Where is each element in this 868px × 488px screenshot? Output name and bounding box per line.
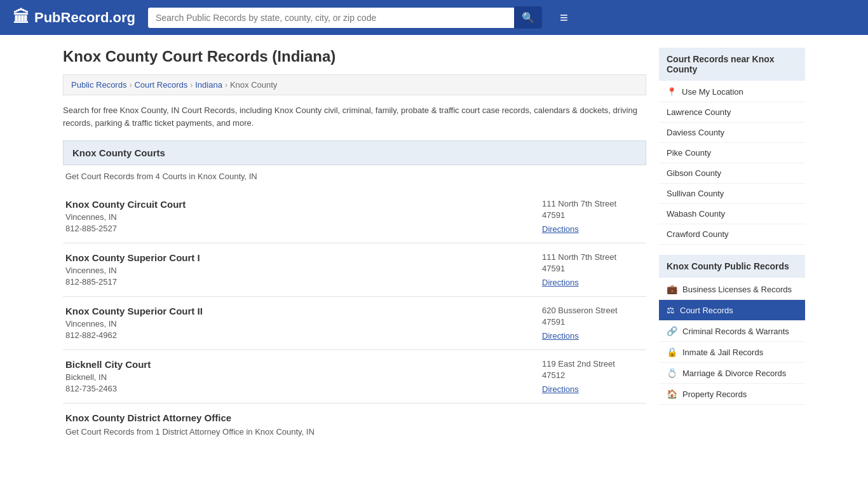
court-zip-2: 47591 (542, 264, 644, 273)
sidebar-item-label: Lawrence County (667, 107, 731, 117)
court-zip-3: 47591 (542, 317, 644, 327)
directions-link-1[interactable]: Directions (542, 224, 579, 234)
sidebar-item-marriage-records[interactable]: 💍 Marriage & Divorce Records (659, 363, 805, 384)
use-location-label: Use My Location (682, 87, 743, 97)
sidebar-item-label: Court Records (680, 306, 733, 315)
sidebar-item-label: Criminal Records & Warrants (682, 327, 789, 336)
court-street-3: 620 Busseron Street (542, 306, 644, 315)
sidebar-item-lawrence[interactable]: Lawrence County (659, 102, 805, 123)
court-name-4: Bicknell City Court (65, 359, 151, 370)
sidebar-item-property-records[interactable]: 🏠 Property Records (659, 384, 805, 405)
court-name-1: Knox County Circuit Court (65, 199, 186, 210)
court-entry-2: Knox County Superior Court I Vincennes, … (63, 243, 646, 297)
ring-icon: 💍 (667, 368, 677, 378)
chain-icon: 🔗 (667, 326, 677, 336)
court-entry-3: Knox County Superior Court II Vincennes,… (63, 297, 646, 350)
court-right-2: 111 North 7th Street 47591 Directions (542, 252, 644, 287)
sidebar-item-label: Property Records (682, 390, 747, 399)
sidebar-item-label: Business Licenses & Records (682, 285, 792, 294)
court-zip-1: 47591 (542, 210, 644, 220)
court-street-1: 111 North 7th Street (542, 199, 644, 208)
menu-button[interactable]: ≡ (560, 10, 568, 26)
public-records-heading: Knox County Public Records (659, 255, 805, 278)
court-entry-4: Bicknell City Court Bicknell, IN 812-735… (63, 350, 646, 403)
nearby-heading: Court Records near Knox County (659, 48, 805, 81)
breadcrumb-sep-1: › (129, 81, 132, 90)
site-logo[interactable]: 🏛 PubRecord.org (13, 8, 135, 27)
court-phone-3: 812-882-4962 (65, 330, 203, 340)
hamburger-icon: ≡ (560, 10, 568, 25)
court-right-1: 111 North 7th Street 47591 Directions (542, 199, 644, 234)
court-phone-4: 812-735-2463 (65, 384, 151, 393)
breadcrumb-sep-2: › (190, 81, 193, 90)
court-left-4: Bicknell City Court Bicknell, IN 812-735… (65, 359, 151, 394)
breadcrumb-indiana[interactable]: Indiana (195, 80, 222, 90)
briefcase-icon: 💼 (667, 284, 677, 294)
page-title: Knox County Court Records (Indiana) (63, 48, 646, 65)
courts-section-header: Knox County Courts (63, 140, 646, 165)
court-right-3: 620 Busseron Street 47591 Directions (542, 306, 644, 341)
directions-link-4[interactable]: Directions (542, 384, 579, 394)
sidebar-item-daviess[interactable]: Daviess County (659, 123, 805, 143)
breadcrumb-sep-3: › (225, 81, 227, 90)
sidebar-item-inmate-records[interactable]: 🔒 Inmate & Jail Records (659, 342, 805, 363)
court-city-1: Vincennes, IN (65, 212, 186, 222)
location-pin-icon: 📍 (667, 87, 677, 97)
sidebar-item-label: Wabash County (667, 209, 725, 219)
da-subtext: Get Court Records from 1 District Attorn… (65, 427, 644, 437)
sidebar-public-records: Knox County Public Records 💼 Business Li… (659, 255, 805, 405)
main-layout: Knox County Court Records (Indiana) Publ… (53, 35, 815, 452)
sidebar: Court Records near Knox County 📍 Use My … (659, 48, 805, 439)
da-name: Knox County District Attorney Office (65, 412, 644, 423)
directions-link-3[interactable]: Directions (542, 331, 579, 341)
court-name-3: Knox County Superior Court II (65, 306, 203, 316)
search-icon: 🔍 (522, 12, 534, 23)
search-button[interactable]: 🔍 (514, 6, 542, 29)
sidebar-item-pike[interactable]: Pike County (659, 143, 805, 163)
sidebar-item-sullivan[interactable]: Sullivan County (659, 184, 805, 204)
court-left-2: Knox County Superior Court I Vincennes, … (65, 252, 200, 287)
court-list: Knox County Circuit Court Vincennes, IN … (63, 190, 646, 403)
sidebar-nearby: Court Records near Knox County 📍 Use My … (659, 48, 805, 245)
logo-icon: 🏛 (13, 8, 29, 27)
court-phone-2: 812-885-2517 (65, 277, 200, 287)
court-city-3: Vincennes, IN (65, 319, 203, 329)
sidebar-item-label: Gibson County (667, 168, 721, 178)
sidebar-item-gibson[interactable]: Gibson County (659, 163, 805, 184)
sidebar-item-court-records[interactable]: ⚖ Court Records (659, 300, 805, 321)
sidebar-item-business-licenses[interactable]: 💼 Business Licenses & Records (659, 279, 805, 300)
court-zip-4: 47512 (542, 370, 644, 380)
use-my-location[interactable]: 📍 Use My Location (659, 82, 805, 102)
court-left-3: Knox County Superior Court II Vincennes,… (65, 306, 203, 341)
directions-link-2[interactable]: Directions (542, 278, 579, 287)
sidebar-item-wabash[interactable]: Wabash County (659, 204, 805, 224)
sidebar-item-label: Sullivan County (667, 189, 724, 198)
page-description: Search for free Knox County, IN Court Re… (63, 104, 646, 129)
site-header: 🏛 PubRecord.org 🔍 ≡ (0, 0, 868, 35)
court-phone-1: 812-885-2527 (65, 224, 186, 233)
da-section: Knox County District Attorney Office Get… (63, 403, 646, 439)
search-input[interactable] (148, 8, 514, 28)
court-entry-1: Knox County Circuit Court Vincennes, IN … (63, 190, 646, 243)
court-city-2: Vincennes, IN (65, 266, 200, 275)
breadcrumb-court-records[interactable]: Court Records (134, 80, 187, 90)
breadcrumb-knox-county: Knox County (230, 80, 277, 90)
court-street-4: 119 East 2nd Street (542, 359, 644, 369)
sidebar-item-criminal-records[interactable]: 🔗 Criminal Records & Warrants (659, 321, 805, 342)
breadcrumb-public-records[interactable]: Public Records (71, 80, 126, 90)
sidebar-item-label: Crawford County (667, 229, 729, 239)
house-icon: 🏠 (667, 389, 677, 399)
courts-subtext: Get Court Records from 4 Courts in Knox … (63, 172, 646, 181)
lock-icon: 🔒 (667, 347, 677, 357)
sidebar-item-label: Pike County (667, 148, 711, 158)
scales-icon: ⚖ (667, 305, 675, 315)
logo-text: PubRecord.org (34, 10, 135, 26)
content-area: Knox County Court Records (Indiana) Publ… (63, 48, 646, 439)
court-left-1: Knox County Circuit Court Vincennes, IN … (65, 199, 186, 234)
search-bar: 🔍 (148, 6, 542, 29)
breadcrumb: Public Records › Court Records › Indiana… (63, 74, 646, 95)
sidebar-item-crawford[interactable]: Crawford County (659, 224, 805, 245)
sidebar-item-label: Marriage & Divorce Records (682, 369, 786, 378)
court-name-2: Knox County Superior Court I (65, 252, 200, 263)
sidebar-item-label: Daviess County (667, 128, 724, 137)
